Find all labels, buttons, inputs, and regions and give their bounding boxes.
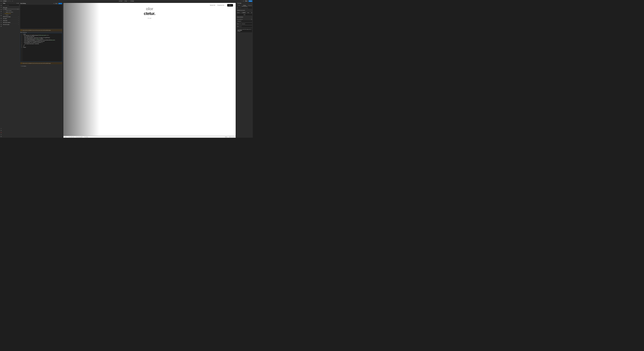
page-settings-icon[interactable]: [128, 0, 129, 2]
play-icon[interactable]: [12, 0, 14, 2]
code-content[interactable]: <script> "c-id">document."c-fn">addEvent…: [22, 33, 56, 62]
navbar-link[interactable]: Navbar link: [210, 5, 215, 6]
component-icon[interactable]: [251, 3, 252, 4]
device-mobile-landscape-icon[interactable]: [233, 136, 234, 138]
pages-title: Pages: [3, 3, 16, 4]
expand-icon[interactable]: [228, 137, 228, 137]
left-rail: {F: [0, 2, 2, 138]
page-settings-link[interactable]: Page settings: [238, 30, 242, 31]
chevron-right-icon[interactable]: [18, 9, 19, 10]
components-icon[interactable]: [0, 9, 2, 10]
drawer-menu-icon[interactable]: [54, 3, 54, 4]
body-code-editor[interactable]: 123456789101112 <script> "c-id">document…: [20, 33, 62, 62]
navigator-icon[interactable]: [0, 7, 2, 9]
check-icon[interactable]: [240, 0, 242, 2]
line-wrapping-toggle[interactable]: Line wrapping: [20, 65, 62, 67]
svg-point-16: [4, 5, 4, 5]
assets-icon[interactable]: [0, 15, 2, 17]
save-button[interactable]: Save: [58, 3, 62, 4]
undo-stack-icon[interactable]: [8, 0, 10, 2]
users-icon[interactable]: [0, 20, 2, 21]
section-static-pages[interactable]: Static pages: [2, 7, 20, 8]
video-icon[interactable]: [0, 132, 2, 133]
id-input[interactable]: [242, 7, 252, 9]
section-static-templates[interactable]: Static page templates: [2, 22, 20, 24]
page-item-draft[interactable]: [Draft] Style Guide: [2, 13, 20, 14]
locale-selector[interactable]: French: [119, 1, 122, 2]
logic-icon[interactable]: [0, 24, 2, 25]
canvas[interactable]: Navbar link Dropdown link Button olorcte…: [63, 2, 236, 138]
visibility-section[interactable]: Visibility & user access: [236, 9, 253, 11]
page-item[interactable]: — Toggles with checkbox: [2, 11, 20, 13]
variables-icon[interactable]: [0, 11, 2, 12]
device-desktop-icon[interactable]: [229, 136, 231, 137]
attribute-chip[interactable]: data-year="": [237, 20, 252, 22]
share-button[interactable]: Share: [244, 0, 248, 2]
current-page[interactable]: Home: [124, 1, 127, 2]
page-item-home[interactable]: Home: [2, 8, 20, 10]
crumb[interactable]: Ptext-color-grey400: [75, 136, 83, 138]
tab-interactions[interactable]: Interactions: [247, 5, 253, 7]
crumb[interactable]: max-width-small: [67, 136, 75, 138]
code-warning: !Custom code is not validated. Incorrect…: [20, 62, 62, 64]
page-item[interactable]: — Custom rich texts: [2, 10, 20, 11]
styles-icon[interactable]: [0, 13, 2, 15]
search-pages-input[interactable]: [3, 5, 19, 6]
breadcrumb-bar: ttom max-width-small Ptext-color-grey400…: [64, 136, 236, 138]
navbar-button[interactable]: Button: [227, 4, 233, 7]
device-tablet-icon[interactable]: [231, 136, 232, 137]
mode-design-button[interactable]: Design: [2, 0, 8, 2]
pages-icon[interactable]: [0, 5, 2, 7]
ok-got-it[interactable]: Ok, got it: [238, 31, 240, 32]
new-folder-icon[interactable]: [16, 3, 18, 4]
help-icon[interactable]: [0, 130, 2, 131]
hero-heading[interactable]: olorctetur.: [64, 7, 236, 16]
new-page-icon[interactable]: [18, 3, 19, 4]
toggle-panels-icon[interactable]: [0, 136, 2, 137]
page-label: — Custom rich texts: [5, 10, 12, 11]
audit-icon[interactable]: [0, 134, 2, 135]
head-code-editor[interactable]: [20, 5, 62, 29]
conditions-none[interactable]: None: [237, 14, 252, 16]
page-home-indicator-icon: [17, 9, 18, 10]
navbar-dropdown[interactable]: Dropdown link: [218, 5, 225, 6]
crumb[interactable]: ttom: [64, 136, 67, 138]
page-item[interactable]: — Popover: [2, 14, 20, 16]
box-icon: [68, 137, 69, 137]
section-icon: [64, 137, 65, 137]
canvas-width[interactable]: 1360px: [225, 137, 227, 137]
device-mobile-icon[interactable]: [234, 136, 235, 138]
top-bar: Design French Home: [0, 0, 253, 2]
branch-icon[interactable]: [10, 0, 12, 2]
visibility-hidden[interactable]: Hidden: [246, 12, 250, 13]
page-label: Home: [5, 9, 7, 10]
section-ecommerce-pages[interactable]: Ecommerce pages: [2, 24, 20, 26]
tab-settings[interactable]: Settings: [242, 5, 248, 7]
hero-subtext[interactable]: lit, sed: [64, 18, 236, 19]
page-icon: [4, 15, 4, 16]
tab-style[interactable]: Style: [236, 5, 242, 7]
attr-value-input[interactable]: [242, 26, 252, 27]
close-button[interactable]: Close: [55, 3, 58, 4]
viewport-selector[interactable]: Desktop: [130, 1, 134, 2]
ecommerce-icon[interactable]: [0, 22, 2, 23]
comment-icon[interactable]: [242, 0, 244, 2]
section-cms-pages[interactable]: CMS Collection pages: [2, 16, 20, 18]
visibility-visible[interactable]: Visible: [242, 12, 246, 13]
section-utility-pages[interactable]: Utility pages: [2, 20, 20, 22]
attr-name-input[interactable]: [242, 23, 252, 25]
page-label: — Popover: [5, 15, 9, 16]
apps-icon[interactable]: {F: [0, 26, 2, 27]
crumb[interactable]: TText Span: [83, 136, 89, 138]
webflow-logo-icon[interactable]: [0, 1, 2, 2]
add-condition-icon[interactable]: +: [251, 12, 252, 13]
checkbox-icon[interactable]: [20, 66, 21, 66]
add-element-icon[interactable]: [0, 3, 2, 5]
cms-icon[interactable]: [0, 18, 2, 19]
section-user-pages[interactable]: User pages: [2, 18, 20, 20]
chevron-right-icon: [18, 18, 19, 19]
custom-attributes-section[interactable]: Custom attributes: [236, 16, 253, 18]
settings-icon[interactable]: [0, 128, 2, 129]
add-attribute-icon[interactable]: +: [251, 19, 252, 20]
publish-button[interactable]: Publish: [248, 0, 252, 2]
